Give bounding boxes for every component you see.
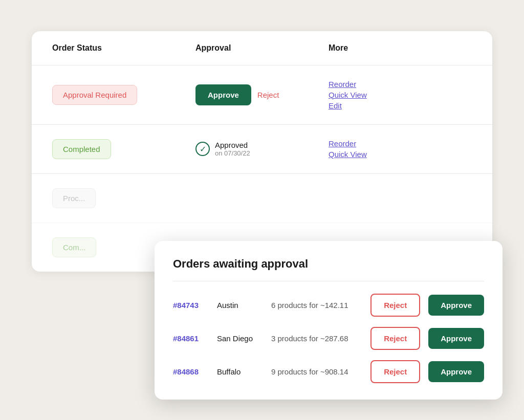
approved-info: Approved on 07/30/22 bbox=[215, 141, 250, 157]
status-cell: Completed bbox=[52, 139, 195, 159]
order-city: San Diego bbox=[217, 334, 263, 343]
modal-reject-button[interactable]: Reject bbox=[370, 294, 420, 317]
orders-table: Order Status Approval More Approval Requ… bbox=[32, 31, 492, 272]
order-id[interactable]: #84861 bbox=[173, 334, 209, 343]
header-order-status: Order Status bbox=[52, 43, 195, 53]
status-badge-completed: Completed bbox=[52, 139, 111, 159]
edit-link[interactable]: Edit bbox=[329, 101, 472, 110]
modal-order-row: #84743 Austin 6 products for ~142.11 Rej… bbox=[173, 294, 484, 317]
modal-order-row: #84861 San Diego 3 products for ~287.68 … bbox=[173, 327, 484, 350]
approval-cell: Approve Reject bbox=[195, 84, 329, 105]
modal-order-row: #84868 Buffalo 9 products for ~908.14 Re… bbox=[173, 360, 484, 383]
status-cell: Proc... bbox=[52, 188, 195, 208]
order-description: 6 products for ~142.11 bbox=[271, 301, 362, 310]
table-header: Order Status Approval More bbox=[32, 31, 492, 65]
status-badge-completed-partial: Com... bbox=[52, 237, 96, 257]
order-city: Austin bbox=[217, 301, 263, 310]
order-description: 3 products for ~287.68 bbox=[271, 334, 362, 343]
status-cell: Approval Required bbox=[52, 85, 195, 105]
approved-status: ✓ Approved on 07/30/22 bbox=[195, 141, 250, 157]
modal-reject-button[interactable]: Reject bbox=[370, 327, 420, 350]
more-cell: Reorder Quick View Edit bbox=[329, 80, 472, 110]
reject-button[interactable]: Reject bbox=[257, 91, 279, 99]
orders-awaiting-modal: Orders awaiting approval #84743 Austin 6… bbox=[155, 241, 503, 400]
header-approval: Approval bbox=[195, 43, 329, 53]
order-id[interactable]: #84868 bbox=[173, 367, 209, 376]
approval-cell: ✓ Approved on 07/30/22 bbox=[195, 141, 329, 157]
modal-approve-button[interactable]: Approve bbox=[428, 328, 484, 349]
order-id[interactable]: #84743 bbox=[173, 301, 209, 310]
modal-approve-button[interactable]: Approve bbox=[428, 295, 484, 316]
order-description: 9 products for ~908.14 bbox=[271, 367, 362, 376]
status-badge-processing: Proc... bbox=[52, 188, 96, 208]
table-row: Proc... bbox=[32, 174, 492, 223]
more-cell: Reorder Quick View bbox=[329, 139, 472, 159]
approve-button[interactable]: Approve bbox=[195, 84, 251, 105]
scene: Order Status Approval More Approval Requ… bbox=[32, 31, 492, 389]
modal-approve-button[interactable]: Approve bbox=[428, 361, 484, 382]
reorder-link[interactable]: Reorder bbox=[329, 80, 472, 89]
header-more: More bbox=[329, 43, 472, 53]
approved-date: on 07/30/22 bbox=[215, 149, 250, 157]
check-circle-icon: ✓ bbox=[195, 142, 210, 156]
quick-view-link[interactable]: Quick View bbox=[329, 91, 472, 99]
modal-title: Orders awaiting approval bbox=[173, 257, 484, 271]
table-row: Approval Required Approve Reject Reorder… bbox=[32, 65, 492, 125]
modal-divider bbox=[173, 281, 484, 281]
approved-label: Approved bbox=[215, 141, 250, 149]
modal-reject-button[interactable]: Reject bbox=[370, 360, 420, 383]
order-city: Buffalo bbox=[217, 367, 263, 376]
reorder-link[interactable]: Reorder bbox=[329, 139, 472, 148]
quick-view-link[interactable]: Quick View bbox=[329, 150, 472, 159]
status-badge-approval-required: Approval Required bbox=[52, 85, 137, 105]
table-row: Completed ✓ Approved on 07/30/22 Reorder… bbox=[32, 125, 492, 174]
